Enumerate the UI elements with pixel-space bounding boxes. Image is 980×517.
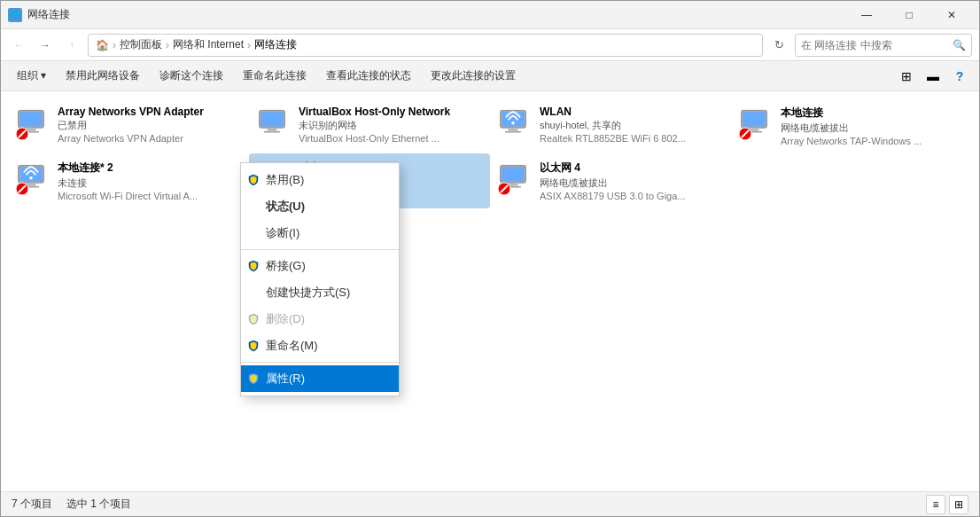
minimize-button[interactable]: —	[846, 1, 887, 29]
net-item-local-2[interactable]: 本地连接* 2 未连接 Microsoft Wi-Fi Direct Virtu…	[8, 153, 249, 208]
svg-point-12	[511, 121, 515, 125]
address-path[interactable]: 🏠 › 控制面板 › 网络和 Internet › 网络连接	[88, 34, 763, 57]
status-selected: 选中 1 个项目	[66, 497, 131, 512]
net-item-virtualbox[interactable]: VirtualBox Host-Only Network 未识别的网络 Virt…	[249, 98, 490, 153]
net-icon-wrapper	[15, 161, 51, 196]
net-icon-wrapper	[256, 106, 292, 141]
status-view-controls: ≡ ⊞	[926, 495, 968, 514]
ctx-delete[interactable]: 删除(D)	[241, 306, 399, 333]
net-info: WLAN shuyi-hotel, 共享的 Realtek RTL8852BE …	[540, 106, 724, 144]
title-bar: 🌐 网络连接 — □ ✕	[1, 1, 979, 29]
address-bar: ← → ↑ 🏠 › 控制面板 › 网络和 Internet › 网络连接 ↻ 🔍	[1, 29, 979, 61]
ctx-disable[interactable]: 禁用(B)	[241, 167, 399, 193]
status-grid-view-button[interactable]: ⊞	[949, 495, 968, 514]
path-control-panel[interactable]: 控制面板	[120, 37, 162, 52]
svg-rect-13	[509, 128, 518, 131]
svg-rect-14	[505, 131, 521, 133]
net-status: shuyi-hotel, 共享的	[540, 119, 724, 132]
ctx-diagnose[interactable]: 诊断(I)	[241, 220, 399, 247]
window-icon: 🌐	[8, 8, 22, 22]
net-status: 未识别的网络	[299, 119, 483, 132]
ctx-separator-2	[241, 362, 399, 363]
main-window: 🌐 网络连接 — □ ✕ ← → ↑ 🏠 › 控制面板 › 网络和 Intern…	[0, 0, 980, 517]
net-desc: Realtek RTL8852BE WiFi 6 802...	[540, 133, 724, 144]
net-desc: Array Networks VPN Adapter	[58, 133, 242, 144]
net-desc: VirtualBox Host-Only Ethernet ...	[299, 133, 483, 144]
forward-button[interactable]: →	[35, 35, 56, 56]
toolbar: 组织 ▾ 禁用此网络设备 诊断这个连接 重命名此连接 查看此连接的状态 更改此连…	[1, 61, 979, 91]
ctx-properties[interactable]: 属性(R)	[241, 365, 399, 392]
pc-network-icon	[256, 106, 288, 137]
shield-icon	[246, 372, 261, 386]
svg-rect-1	[19, 112, 42, 126]
toolbar-disable[interactable]: 禁用此网络设备	[57, 64, 149, 89]
net-icon-wrapper	[15, 106, 51, 141]
net-info: 本地连接 网络电缆被拔出 Array Networks TAP-Windows …	[781, 106, 965, 146]
ctx-bridge[interactable]: 桥接(G)	[241, 253, 399, 279]
help-button[interactable]: ?	[947, 64, 972, 89]
view-panel-button[interactable]: ▬	[921, 64, 945, 89]
net-item-wlan[interactable]: WLAN shuyi-hotel, 共享的 Realtek RTL8852BE …	[490, 98, 731, 153]
net-status: 未连接	[58, 176, 242, 190]
network-grid: Array Networks VPN Adapter 已禁用 Array Net…	[1, 91, 979, 215]
main-content-area: Array Networks VPN Adapter 已禁用 Array Net…	[1, 91, 979, 491]
ctx-rename[interactable]: 重命名(M)	[241, 333, 399, 359]
net-name: 以太网 4	[540, 161, 724, 176]
net-name: WLAN	[540, 106, 724, 118]
search-icon: 🔍	[953, 39, 966, 51]
svg-rect-33	[502, 167, 524, 181]
search-input[interactable]	[801, 39, 949, 51]
net-desc: Array Networks TAP-Windows ...	[781, 136, 965, 146]
net-name: 本地连接	[781, 106, 965, 121]
net-info: Array Networks VPN Adapter 已禁用 Array Net…	[58, 106, 242, 144]
net-icon-wrapper	[497, 106, 533, 141]
ctx-separator-1	[241, 249, 399, 250]
svg-rect-7	[261, 112, 283, 126]
window-title: 网络连接	[27, 7, 846, 22]
wifi-network-icon	[497, 106, 529, 137]
close-button[interactable]: ✕	[931, 1, 972, 29]
net-name: VirtualBox Host-Only Network	[299, 106, 483, 118]
status-count: 7 个项目	[12, 497, 52, 512]
disconnected-overlay	[738, 127, 752, 141]
toolbar-diagnose[interactable]: 诊断这个连接	[151, 64, 232, 89]
path-home-icon: 🏠	[96, 39, 109, 51]
net-info: 以太网 4 网络电缆被拔出 ASIX AX88179 USB 3.0 to Gi…	[540, 161, 724, 201]
toolbar-organize[interactable]: 组织 ▾	[8, 64, 55, 89]
toolbar-settings[interactable]: 更改此连接的设置	[422, 64, 525, 89]
back-button[interactable]: ←	[8, 35, 29, 56]
toolbar-status[interactable]: 查看此连接的状态	[317, 64, 420, 89]
search-box[interactable]: 🔍	[795, 34, 972, 57]
ctx-status[interactable]: 状态(U)	[241, 193, 399, 220]
status-list-view-button[interactable]: ≡	[926, 495, 945, 514]
title-bar-controls: — □ ✕	[846, 1, 972, 29]
svg-rect-8	[268, 128, 277, 131]
ctx-shortcut[interactable]: 创建快捷方式(S)	[241, 279, 399, 306]
net-item-ethernet-4[interactable]: 以太网 4 网络电缆被拔出 ASIX AX88179 USB 3.0 to Gi…	[490, 153, 731, 208]
net-name: 本地连接* 2	[58, 161, 242, 176]
toolbar-rename[interactable]: 重命名此连接	[234, 64, 315, 89]
view-grid-button[interactable]: ⊞	[894, 64, 919, 89]
path-network-connections[interactable]: 网络连接	[254, 37, 297, 52]
net-info: 本地连接* 2 未连接 Microsoft Wi-Fi Direct Virtu…	[58, 161, 242, 201]
up-button[interactable]: ↑	[61, 35, 82, 56]
status-bar: 7 个项目 选中 1 个项目 ≡ ⊞	[1, 491, 979, 516]
disconnected-overlay	[497, 182, 511, 196]
net-item-array-vpn[interactable]: Array Networks VPN Adapter 已禁用 Array Net…	[8, 98, 249, 153]
context-menu: 禁用(B) 状态(U) 诊断(I) 桥接(G) 创建快捷方式(S)	[240, 162, 400, 396]
svg-rect-16	[743, 112, 765, 126]
refresh-button[interactable]: ↻	[768, 35, 789, 56]
net-icon-wrapper	[497, 161, 533, 196]
net-desc: ASIX AX88179 USB 3.0 to Giga...	[540, 191, 724, 201]
maximize-button[interactable]: □	[889, 1, 929, 29]
net-name: Array Networks VPN Adapter	[58, 106, 242, 118]
net-item-local-1[interactable]: 本地连接 网络电缆被拔出 Array Networks TAP-Windows …	[731, 98, 972, 153]
net-desc: Microsoft Wi-Fi Direct Virtual A...	[58, 191, 242, 201]
net-status: 已禁用	[58, 119, 242, 132]
net-info: VirtualBox Host-Only Network 未识别的网络 Virt…	[299, 106, 483, 144]
net-icon-wrapper	[738, 106, 774, 141]
disconnected-overlay	[15, 182, 29, 196]
svg-rect-9	[264, 131, 280, 133]
net-status: 网络电缆被拔出	[540, 176, 724, 190]
path-network-internet[interactable]: 网络和 Internet	[173, 37, 244, 52]
